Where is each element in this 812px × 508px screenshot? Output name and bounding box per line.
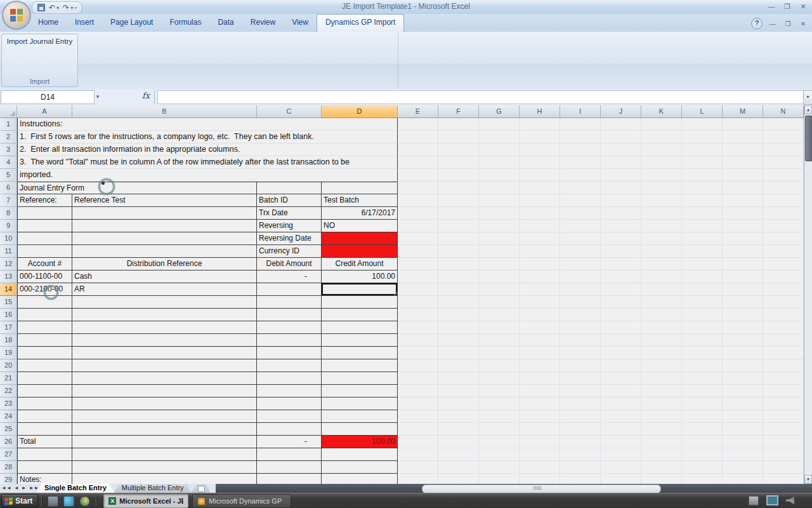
previous-sheet-icon[interactable]: ◄	[14, 484, 19, 493]
row-header-21[interactable]: 21	[0, 372, 17, 385]
quick-launch-icon-2[interactable]	[63, 496, 74, 507]
help-icon[interactable]: ?	[751, 18, 763, 29]
cell-C12[interactable]: Debit Amount	[257, 258, 322, 271]
ribbon-tab-view[interactable]: View	[284, 14, 317, 32]
cell-A21[interactable]	[17, 372, 72, 385]
grid-empty-area-row-28[interactable]	[398, 461, 804, 474]
row-header-9[interactable]: 9	[0, 220, 17, 232]
row-header-26[interactable]: 26	[0, 436, 17, 448]
vertical-scrollbar-thumb[interactable]	[805, 116, 812, 161]
cell-B25[interactable]	[72, 423, 257, 436]
quick-launch-icon-3[interactable]	[79, 496, 90, 507]
cell-B26[interactable]	[72, 436, 257, 448]
cell-B24[interactable]	[72, 410, 257, 423]
cell-C22[interactable]	[257, 385, 322, 398]
grid-empty-area-row-8[interactable]	[398, 207, 804, 220]
cell-C7[interactable]: Batch ID	[257, 194, 322, 207]
grid-empty-area-row-9[interactable]	[398, 220, 804, 232]
column-header-B[interactable]: B	[72, 105, 257, 118]
cell-D27[interactable]	[322, 448, 398, 461]
name-box[interactable]: D14	[1, 90, 95, 104]
row-header-5[interactable]: 5	[0, 169, 17, 182]
cell-A5[interactable]: imported.	[17, 169, 398, 182]
cell-C6[interactable]	[257, 182, 322, 194]
cell-A11[interactable]	[17, 245, 72, 258]
cell-B16[interactable]	[72, 309, 257, 321]
cell-C29[interactable]	[257, 474, 322, 484]
cell-D11[interactable]	[322, 245, 398, 258]
sheet-tab-single-batch-entry[interactable]: Single Batch Entry	[37, 484, 114, 493]
column-header-N[interactable]: N	[763, 105, 804, 118]
cell-D22[interactable]	[322, 385, 398, 398]
grid-empty-area-row-22[interactable]	[398, 385, 804, 398]
grid-empty-area-row-11[interactable]	[398, 245, 804, 258]
row-header-14[interactable]: 14	[0, 283, 17, 296]
cell-B19[interactable]	[72, 347, 257, 359]
cell-A13[interactable]: 000-1100-00	[17, 271, 72, 283]
cell-A23[interactable]	[17, 398, 72, 410]
cell-B15[interactable]	[72, 296, 257, 309]
cell-D21[interactable]	[322, 372, 398, 385]
cell-A4[interactable]: 3. The word "Total" must be in column A …	[17, 156, 398, 169]
workbook-restore-icon[interactable]: ❐	[783, 20, 793, 28]
close-icon[interactable]: ✕	[797, 2, 809, 11]
column-header-A[interactable]: A	[17, 105, 72, 118]
row-header-16[interactable]: 16	[0, 309, 17, 321]
row-header-4[interactable]: 4	[0, 156, 17, 169]
cell-B8[interactable]	[72, 207, 257, 220]
column-header-C[interactable]: C	[257, 105, 322, 118]
grid-empty-area-row-14[interactable]	[398, 283, 804, 296]
cell-A24[interactable]	[17, 410, 72, 423]
cell-D29[interactable]	[322, 474, 398, 484]
ribbon-tab-insert[interactable]: Insert	[67, 14, 102, 32]
grid-empty-area-row-18[interactable]	[398, 334, 804, 347]
cell-C18[interactable]	[257, 334, 322, 347]
cell-B12[interactable]: Distribution Reference	[72, 258, 257, 271]
column-header-G[interactable]: G	[479, 105, 520, 118]
cell-C25[interactable]	[257, 423, 322, 436]
grid-empty-area-row-29[interactable]	[398, 474, 804, 484]
cell-C27[interactable]	[257, 448, 322, 461]
cell-C15[interactable]	[257, 296, 322, 309]
column-header-M[interactable]: M	[723, 105, 763, 118]
cell-C14[interactable]	[257, 283, 322, 296]
cell-A22[interactable]	[17, 385, 72, 398]
cell-C10[interactable]: Reversing Date	[257, 232, 322, 245]
cell-B13[interactable]: Cash	[72, 271, 257, 283]
first-sheet-icon[interactable]: ◄◄	[1, 484, 11, 493]
column-header-F[interactable]: F	[438, 105, 479, 118]
row-header-3[interactable]: 3	[0, 144, 17, 156]
cell-C23[interactable]	[257, 398, 322, 410]
volume-muted-icon[interactable]	[786, 497, 794, 504]
grid-empty-area-row-24[interactable]	[398, 410, 804, 423]
cell-B18[interactable]	[72, 334, 257, 347]
cell-B23[interactable]	[72, 398, 257, 410]
row-header-2[interactable]: 2	[0, 131, 17, 144]
cell-D23[interactable]	[322, 398, 398, 410]
row-header-8[interactable]: 8	[0, 207, 17, 220]
grid-empty-area-row-19[interactable]	[398, 347, 804, 359]
cell-D14[interactable]	[322, 283, 398, 296]
cell-D7[interactable]: Test Batch	[322, 194, 398, 207]
cell-A28[interactable]	[17, 461, 72, 474]
cell-C13[interactable]: -	[257, 271, 322, 283]
horizontal-scrollbar[interactable]	[216, 484, 812, 493]
cell-A17[interactable]	[17, 321, 72, 334]
column-header-D[interactable]: D	[322, 105, 398, 118]
column-header-E[interactable]: E	[398, 105, 438, 118]
ribbon-tab-data[interactable]: Data	[209, 14, 242, 32]
workbook-close-icon[interactable]: ✕	[798, 20, 808, 28]
restore-icon[interactable]: ❐	[782, 2, 793, 11]
cell-A9[interactable]	[17, 220, 72, 232]
device-icon[interactable]	[749, 496, 759, 505]
cell-C8[interactable]: Trx Date	[257, 207, 322, 220]
ribbon-tab-page-layout[interactable]: Page Layout	[102, 14, 161, 32]
insert-function-icon[interactable]: fx	[142, 91, 150, 100]
cell-A2[interactable]: 1. First 5 rows are for the instructions…	[17, 131, 398, 144]
import-journal-entry-button[interactable]: Import Journal Entry	[2, 37, 77, 45]
sheet-tab-multiple-batch-entry[interactable]: Multiple Batch Entry	[114, 484, 192, 493]
cell-A10[interactable]	[17, 232, 72, 245]
row-header-7[interactable]: 7	[0, 194, 17, 207]
cell-C20[interactable]	[257, 359, 322, 372]
cell-C28[interactable]	[257, 461, 322, 474]
